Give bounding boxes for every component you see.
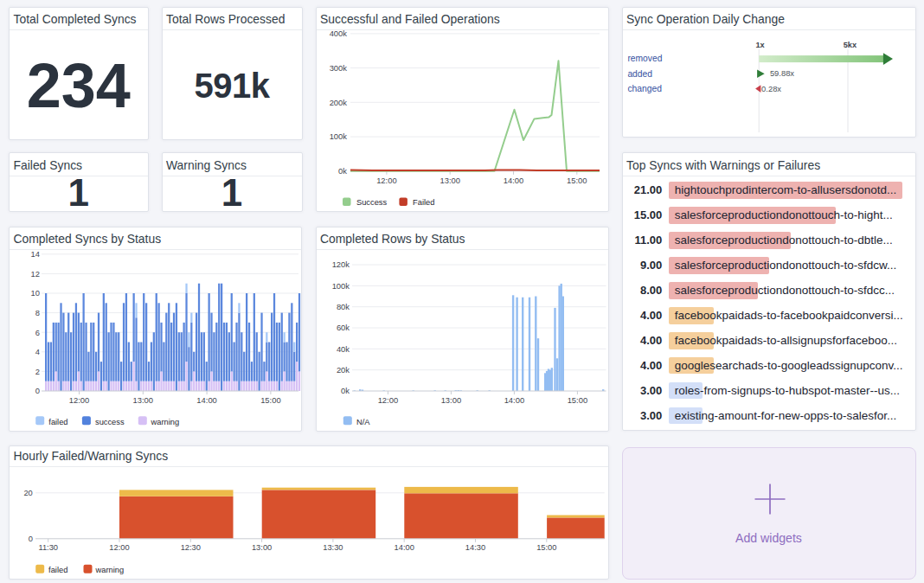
- svg-text:12:00: 12:00: [377, 395, 397, 405]
- svg-text:warning: warning: [151, 418, 180, 426]
- svg-text:10: 10: [31, 288, 40, 298]
- svg-text:100k: 100k: [331, 281, 350, 291]
- svg-text:N/A: N/A: [356, 418, 370, 426]
- svg-text:12:00: 12:00: [69, 395, 89, 405]
- svg-text:15:00: 15:00: [567, 176, 587, 185]
- svg-text:20: 20: [23, 489, 32, 497]
- svg-text:0k: 0k: [341, 386, 350, 395]
- svg-text:13:00: 13:00: [440, 176, 459, 185]
- svg-text:14:00: 14:00: [395, 543, 414, 552]
- svg-text:300k: 300k: [329, 63, 347, 73]
- svg-text:2: 2: [35, 367, 40, 376]
- svg-text:changed: changed: [627, 84, 662, 93]
- svg-text:12:00: 12:00: [109, 543, 129, 552]
- svg-text:warning: warning: [95, 565, 125, 573]
- svg-text:200k: 200k: [329, 98, 347, 107]
- svg-text:14:30: 14:30: [465, 543, 485, 552]
- svg-text:80k: 80k: [336, 302, 349, 311]
- svg-text:14:00: 14:00: [504, 395, 523, 405]
- svg-text:13:30: 13:30: [323, 543, 343, 552]
- svg-text:8: 8: [35, 308, 40, 317]
- svg-text:12: 12: [31, 269, 40, 279]
- svg-text:100k: 100k: [329, 131, 347, 141]
- svg-text:success: success: [95, 418, 125, 426]
- svg-text:failed: failed: [48, 418, 67, 426]
- svg-text:Failed: Failed: [413, 198, 434, 207]
- svg-text:12:00: 12:00: [376, 176, 396, 185]
- svg-text:Success: Success: [356, 198, 387, 207]
- svg-text:removed: removed: [627, 54, 662, 63]
- svg-text:0: 0: [29, 535, 33, 543]
- svg-text:11:30: 11:30: [38, 543, 58, 552]
- svg-text:13:00: 13:00: [133, 395, 153, 405]
- svg-text:0k: 0k: [338, 166, 347, 176]
- svg-text:13:00: 13:00: [252, 543, 272, 552]
- svg-text:0: 0: [35, 386, 40, 395]
- svg-text:1x: 1x: [755, 41, 765, 49]
- svg-text:60k: 60k: [336, 323, 349, 332]
- svg-text:failed: failed: [48, 565, 67, 573]
- svg-text:20k: 20k: [336, 365, 349, 375]
- svg-text:6: 6: [35, 328, 40, 337]
- svg-text:14:00: 14:00: [196, 395, 216, 405]
- svg-text:40k: 40k: [336, 344, 349, 354]
- svg-text:5kx: 5kx: [843, 41, 857, 49]
- svg-text:4: 4: [35, 347, 40, 356]
- svg-text:15:00: 15:00: [536, 543, 556, 552]
- svg-text:15:00: 15:00: [260, 395, 280, 405]
- svg-text:added: added: [627, 69, 652, 79]
- svg-text:400k: 400k: [329, 29, 347, 38]
- svg-text:14:00: 14:00: [503, 176, 523, 185]
- svg-text:13:00: 13:00: [440, 395, 460, 405]
- svg-text:0.28x: 0.28x: [761, 84, 781, 93]
- svg-text:14: 14: [31, 249, 40, 259]
- svg-text:12:30: 12:30: [181, 543, 201, 552]
- svg-text:120k: 120k: [331, 259, 350, 269]
- svg-text:59.88x: 59.88x: [769, 68, 793, 78]
- svg-text:15:00: 15:00: [567, 395, 587, 405]
